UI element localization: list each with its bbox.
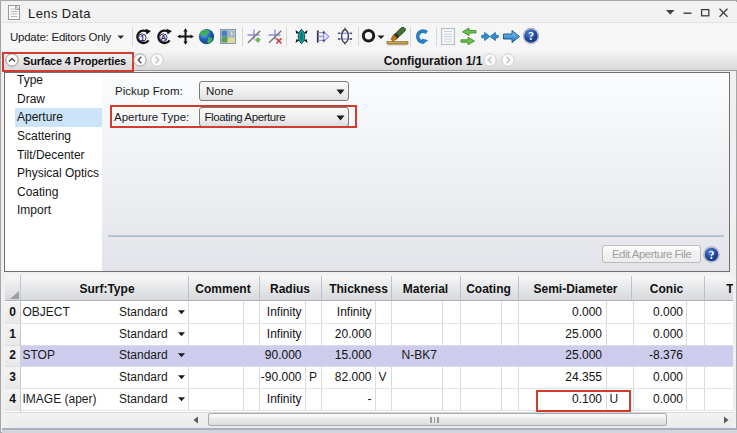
- svg-text:1: 1: [140, 33, 145, 43]
- svg-text:A: A: [160, 33, 166, 42]
- svg-text:?: ?: [709, 249, 715, 261]
- svg-text:?: ?: [528, 30, 534, 42]
